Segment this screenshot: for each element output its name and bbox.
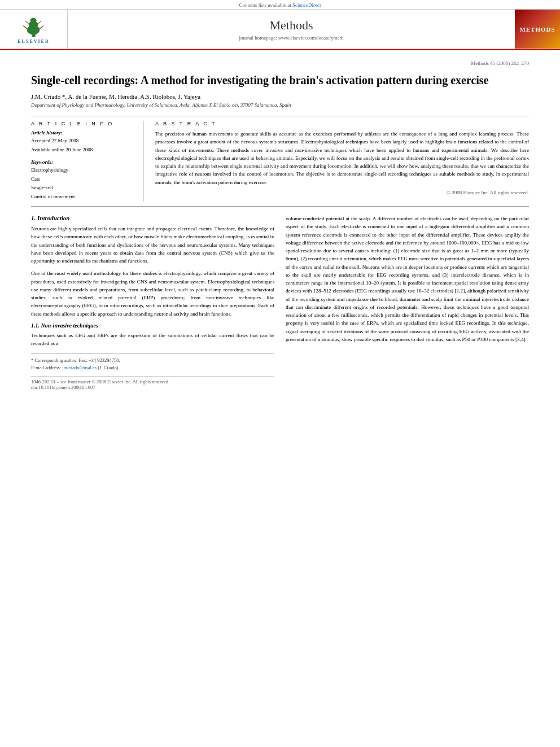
subsection1-para1: Techniques such as EEG and ERPs are the … bbox=[31, 331, 274, 348]
divider-2 bbox=[31, 206, 529, 207]
section1-para1: Neurons are highly specialized cells tha… bbox=[31, 225, 274, 265]
email-label: E-mail address: bbox=[31, 365, 61, 370]
methods-cover-label: METHODS bbox=[517, 24, 557, 35]
article-info-column: A R T I C L E I N F O Article history: A… bbox=[31, 121, 144, 202]
svg-line-7 bbox=[38, 21, 41, 24]
elsevier-tree-icon bbox=[18, 14, 49, 38]
article-content: Methods 45 (2008) 262–270 Single-cell re… bbox=[0, 50, 560, 401]
doi-area: 1046-2023/$ – see front matter © 2008 El… bbox=[31, 376, 274, 390]
footnote-area: * Corresponding author. Fax: +34 9232947… bbox=[31, 353, 274, 372]
journal-header: Contents lists available at ScienceDirec… bbox=[0, 0, 560, 50]
page-wrapper: Contents lists available at ScienceDirec… bbox=[0, 0, 560, 747]
elsevier-brand: ELSEVIER bbox=[18, 39, 49, 44]
accepted-date: Accepted 22 May 2008 bbox=[31, 137, 132, 145]
available-date: Available online 20 June 2008 bbox=[31, 146, 132, 154]
journal-homepage: journal homepage: www.elsevier.com/locat… bbox=[239, 35, 344, 41]
body-columns: 1. Introduction Neurons are highly speci… bbox=[31, 215, 529, 390]
abstract-column: A B S T R A C T The precision of human m… bbox=[155, 121, 529, 202]
email-line: E-mail address: jmcriado@usal.es (J. Cri… bbox=[31, 364, 274, 372]
authors: J.M. Criado *, A. de la Fuente, M. Hered… bbox=[31, 93, 529, 100]
sciencedirect-link[interactable]: ScienceDirect bbox=[292, 2, 321, 8]
svg-line-5 bbox=[40, 26, 43, 29]
top-bar: Contents lists available at ScienceDirec… bbox=[0, 0, 560, 10]
contents-label: Contents lists available at bbox=[239, 2, 291, 8]
issn-text: 1046-2023/$ – see front matter © 2008 El… bbox=[31, 379, 274, 385]
section1-heading: 1. Introduction bbox=[31, 215, 274, 221]
email-link[interactable]: jmcriado@usal.es bbox=[62, 365, 97, 370]
affiliation: Department of Physiology and Pharmacolog… bbox=[31, 102, 529, 108]
corresponding-author: * Corresponding author. Fax: +34 9232947… bbox=[31, 357, 274, 364]
body-left-column: 1. Introduction Neurons are highly speci… bbox=[31, 215, 274, 390]
keyword-2: Cats bbox=[31, 176, 132, 184]
journal-name: Methods bbox=[270, 18, 313, 33]
divider-1 bbox=[31, 116, 529, 116]
copyright: © 2008 Elsevier Inc. All rights reserved… bbox=[155, 190, 529, 195]
email-suffix: (J. Criado). bbox=[98, 365, 119, 370]
svg-point-3 bbox=[30, 18, 36, 23]
article-title: Single-cell recordings: A method for inv… bbox=[31, 73, 529, 88]
abstract-label: A B S T R A C T bbox=[155, 121, 529, 126]
doi-text: doi:10.1016/j.ymeth.2008.05.007 bbox=[31, 385, 274, 390]
keyword-3: Single-cell bbox=[31, 184, 132, 192]
subsection1-heading: 1.1. Non-invasive techniques bbox=[31, 322, 274, 329]
authors-text: J.M. Criado *, A. de la Fuente, M. Hered… bbox=[31, 93, 200, 100]
journal-homepage-text: journal homepage: www.elsevier.com/locat… bbox=[239, 35, 344, 41]
article-info-abstract: A R T I C L E I N F O Article history: A… bbox=[31, 121, 529, 202]
keywords-label: Keywords: bbox=[31, 159, 132, 165]
keywords-section: Keywords: Electrophysiology Cats Single-… bbox=[31, 159, 132, 200]
svg-line-6 bbox=[25, 21, 29, 24]
article-info-label: A R T I C L E I N F O bbox=[31, 121, 132, 126]
keyword-4: Control of movement bbox=[31, 193, 132, 201]
section1-para2: One of the most widely used methodology … bbox=[31, 269, 274, 318]
svg-line-4 bbox=[23, 26, 27, 29]
keyword-1: Electrophysiology bbox=[31, 167, 132, 174]
methods-cover: METHODS bbox=[515, 10, 560, 49]
abstract-text: The precision of human movements to gene… bbox=[155, 130, 529, 186]
elsevier-logo: ELSEVIER bbox=[0, 10, 68, 49]
citation-line: Methods 45 (2008) 262–270 bbox=[31, 60, 529, 66]
article-history-label: Article history: bbox=[31, 130, 132, 136]
header-main: ELSEVIER Methods journal homepage: www.e… bbox=[0, 10, 560, 49]
body-right-column: volume-conducted potential at the scalp.… bbox=[286, 215, 529, 390]
journal-title-area: Methods journal homepage: www.elsevier.c… bbox=[68, 10, 515, 49]
right-col-para1: volume-conducted potential at the scalp.… bbox=[286, 215, 529, 343]
